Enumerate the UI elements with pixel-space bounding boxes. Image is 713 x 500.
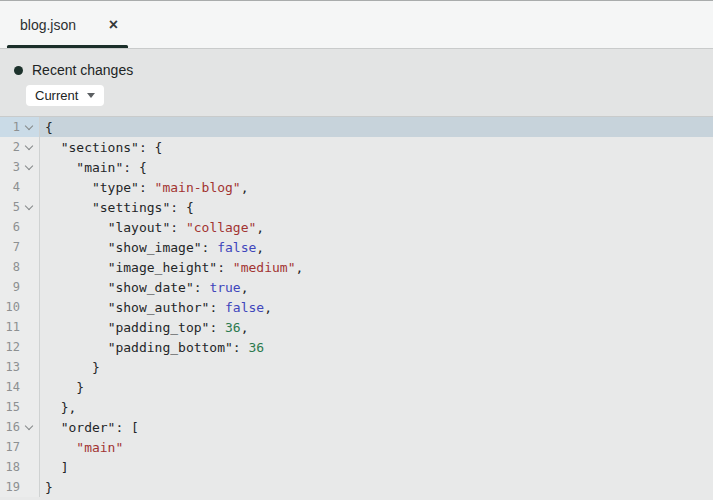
gutter-cell: 14	[0, 377, 40, 397]
fold-spacer	[20, 281, 37, 293]
unsaved-indicator-dot	[14, 66, 23, 75]
active-tab-indicator	[7, 45, 128, 48]
gutter-cell: 15	[0, 397, 40, 417]
line-number: 1	[0, 120, 20, 134]
code-text: "order": [	[40, 420, 139, 435]
code-line[interactable]: 17 "main"	[0, 437, 713, 457]
fold-spacer	[20, 301, 37, 313]
fold-spacer	[20, 181, 37, 193]
gutter-cell: 7	[0, 237, 40, 257]
fold-spacer	[20, 481, 37, 493]
fold-spacer	[20, 441, 37, 453]
gutter-cell: 6	[0, 217, 40, 237]
gutter-cell: 17	[0, 437, 40, 457]
recent-changes-panel: Recent changes Current	[0, 49, 713, 117]
code-line[interactable]: 10 "show_author": false,	[0, 297, 713, 317]
line-number: 18	[0, 460, 20, 474]
code-text: "padding_bottom": 36	[40, 340, 264, 355]
line-number: 11	[0, 320, 20, 334]
tab-label: blog.json	[20, 17, 76, 33]
line-number: 17	[0, 440, 20, 454]
gutter-cell: 1	[0, 117, 40, 137]
close-tab-icon[interactable]: ×	[109, 17, 118, 33]
code-text: {	[40, 120, 53, 135]
version-dropdown-value: Current	[35, 88, 78, 103]
recent-changes-label: Recent changes	[32, 62, 133, 78]
fold-chevron-icon[interactable]	[20, 161, 37, 173]
code-line[interactable]: 13 }	[0, 357, 713, 377]
code-text: "show_date": true,	[40, 280, 249, 295]
code-text: "main"	[40, 440, 123, 455]
code-line[interactable]: 19}	[0, 477, 713, 497]
fold-spacer	[20, 381, 37, 393]
recent-changes-header: Recent changes	[14, 62, 713, 78]
code-line[interactable]: 11 "padding_top": 36,	[0, 317, 713, 337]
code-text: "settings": {	[40, 200, 194, 215]
line-number: 15	[0, 400, 20, 414]
version-dropdown[interactable]: Current	[26, 85, 104, 106]
gutter-cell: 9	[0, 277, 40, 297]
line-number: 4	[0, 180, 20, 194]
line-number: 13	[0, 360, 20, 374]
code-text: },	[40, 400, 76, 415]
code-line[interactable]: 7 "show_image": false,	[0, 237, 713, 257]
fold-spacer	[20, 341, 37, 353]
code-text: "main": {	[40, 160, 147, 175]
code-line[interactable]: 18 ]	[0, 457, 713, 477]
gutter-cell: 2	[0, 137, 40, 157]
fold-spacer	[20, 461, 37, 473]
fold-spacer	[20, 241, 37, 253]
code-line[interactable]: 9 "show_date": true,	[0, 277, 713, 297]
fold-chevron-icon[interactable]	[20, 121, 37, 133]
code-text: }	[40, 380, 84, 395]
code-text: "padding_top": 36,	[40, 320, 249, 335]
code-editor-window: blog.json × Recent changes Current 1{2 "…	[0, 0, 713, 500]
code-text: }	[40, 480, 53, 495]
line-number: 8	[0, 260, 20, 274]
gutter-cell: 12	[0, 337, 40, 357]
code-line[interactable]: 8 "image_height": "medium",	[0, 257, 713, 277]
chevron-down-icon	[87, 93, 95, 98]
fold-spacer	[20, 261, 37, 273]
code-text: "sections": {	[40, 140, 162, 155]
code-line[interactable]: 3 "main": {	[0, 157, 713, 177]
gutter-cell: 8	[0, 257, 40, 277]
code-line[interactable]: 12 "padding_bottom": 36	[0, 337, 713, 357]
code-text: }	[40, 360, 100, 375]
fold-chevron-icon[interactable]	[20, 201, 37, 213]
code-text: "type": "main-blog",	[40, 180, 249, 195]
code-text: "show_author": false,	[40, 300, 272, 315]
code-line[interactable]: 5 "settings": {	[0, 197, 713, 217]
line-number: 5	[0, 200, 20, 214]
gutter-cell: 19	[0, 477, 40, 497]
code-line[interactable]: 1{	[0, 117, 713, 137]
line-number: 12	[0, 340, 20, 354]
code-line[interactable]: 16 "order": [	[0, 417, 713, 437]
gutter-cell: 5	[0, 197, 40, 217]
code-line[interactable]: 6 "layout": "collage",	[0, 217, 713, 237]
fold-spacer	[20, 321, 37, 333]
line-number: 10	[0, 300, 20, 314]
line-number: 14	[0, 380, 20, 394]
code-line[interactable]: 15 },	[0, 397, 713, 417]
code-line[interactable]: 2 "sections": {	[0, 137, 713, 157]
fold-chevron-icon[interactable]	[20, 141, 37, 153]
code-editor[interactable]: 1{2 "sections": {3 "main": {4 "type": "m…	[0, 117, 713, 500]
line-number: 16	[0, 420, 20, 434]
tab-bar: blog.json ×	[0, 1, 713, 49]
code-line[interactable]: 4 "type": "main-blog",	[0, 177, 713, 197]
fold-spacer	[20, 361, 37, 373]
line-number: 3	[0, 160, 20, 174]
line-number: 9	[0, 280, 20, 294]
fold-chevron-icon[interactable]	[20, 421, 37, 433]
code-line[interactable]: 14 }	[0, 377, 713, 397]
tab-blog-json[interactable]: blog.json ×	[7, 1, 128, 48]
gutter-cell: 10	[0, 297, 40, 317]
gutter-cell: 13	[0, 357, 40, 377]
line-number: 19	[0, 480, 20, 494]
line-number: 6	[0, 220, 20, 234]
fold-spacer	[20, 221, 37, 233]
code-text: "layout": "collage",	[40, 220, 264, 235]
code-text: ]	[40, 460, 68, 475]
gutter-cell: 11	[0, 317, 40, 337]
